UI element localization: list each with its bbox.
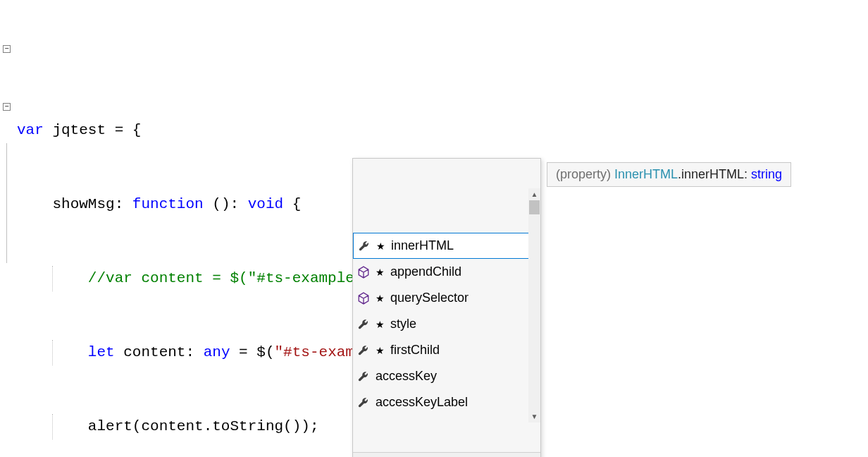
scroll-thumb[interactable] bbox=[529, 200, 540, 214]
suggestion-item[interactable]: ★innerHTML bbox=[353, 233, 540, 259]
star-icon: ★ bbox=[376, 293, 385, 304]
scrollbar[interactable]: ▲ ▼ bbox=[528, 188, 540, 422]
method-icon bbox=[357, 266, 370, 279]
suggestion-list[interactable]: ★innerHTML★appendChild★querySelector★sty… bbox=[353, 188, 540, 422]
property-icon bbox=[357, 344, 370, 357]
suggestion-item[interactable]: accessKeyLabel bbox=[353, 389, 540, 415]
scroll-down-icon[interactable]: ▼ bbox=[528, 410, 540, 422]
suggestion-label: firstChild bbox=[390, 343, 536, 358]
method-icon bbox=[357, 422, 370, 423]
suggestion-label: accessKeyLabel bbox=[376, 395, 536, 410]
suggestion-item[interactable]: ★appendChild bbox=[353, 259, 540, 285]
method-icon bbox=[357, 292, 370, 305]
suggestion-item[interactable]: addEventListener bbox=[353, 415, 540, 422]
suggestion-label: accessKey bbox=[376, 369, 536, 384]
fold-toggle-icon[interactable] bbox=[3, 103, 11, 111]
star-icon: ★ bbox=[376, 267, 385, 278]
star-icon: ★ bbox=[376, 240, 385, 252]
property-icon bbox=[357, 318, 370, 331]
suggestion-filter-bar bbox=[353, 452, 540, 457]
property-icon bbox=[358, 240, 371, 252]
suggestion-item[interactable]: ★firstChild bbox=[353, 337, 540, 363]
signature-tooltip: (property) InnerHTML.innerHTML: string bbox=[547, 162, 791, 187]
property-icon bbox=[357, 370, 370, 383]
scroll-up-icon[interactable]: ▲ bbox=[528, 188, 540, 200]
fold-toggle-icon[interactable] bbox=[3, 45, 11, 53]
code-editor[interactable]: var jqtest = { showMsg: function (): voi… bbox=[0, 0, 868, 457]
code-line[interactable]: var jqtest = { bbox=[17, 118, 868, 143]
suggestion-item[interactable]: ★querySelector bbox=[353, 285, 540, 311]
suggestion-label: innerHTML bbox=[391, 238, 535, 253]
fold-gutter bbox=[0, 4, 17, 295]
property-icon bbox=[357, 396, 370, 409]
suggestion-label: querySelector bbox=[390, 291, 536, 305]
suggestion-label: addEventListener bbox=[376, 421, 536, 422]
suggestion-item[interactable]: accessKey bbox=[353, 363, 540, 389]
intellisense-popup[interactable]: ★innerHTML★appendChild★querySelector★sty… bbox=[352, 158, 541, 457]
star-icon: ★ bbox=[376, 345, 385, 356]
suggestion-item[interactable]: ★style bbox=[353, 311, 540, 337]
suggestion-label: style bbox=[390, 317, 536, 331]
suggestion-label: appendChild bbox=[390, 264, 536, 279]
star-icon: ★ bbox=[376, 319, 385, 330]
